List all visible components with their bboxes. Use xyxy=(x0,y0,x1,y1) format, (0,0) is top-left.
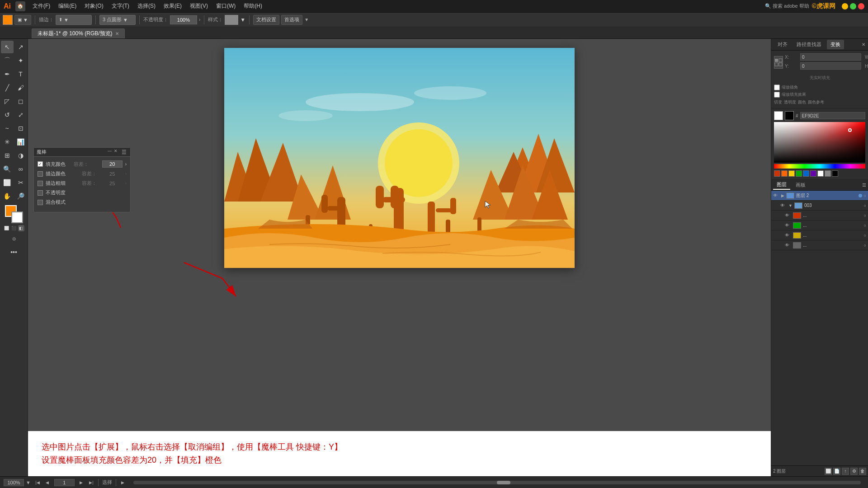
layer003-circle[interactable]: ○ xyxy=(864,203,866,208)
nav-first-btn[interactable]: |◀ xyxy=(34,479,41,486)
swatch-white[interactable] xyxy=(817,170,824,177)
layer-row-red[interactable]: 👁 ... ○ xyxy=(771,211,868,221)
layer-row-yellow[interactable]: 👁 ... ○ xyxy=(771,230,868,240)
more-tools-icon[interactable]: ••• xyxy=(8,246,20,258)
transform-tab[interactable]: 变换 xyxy=(827,40,844,49)
layer2-expand-arrow[interactable]: ▶ xyxy=(781,193,784,198)
stroke-weight-checkbox[interactable] xyxy=(38,181,43,186)
fill-tolerance-input[interactable] xyxy=(102,160,123,168)
opacity-checkbox[interactable] xyxy=(38,190,43,196)
opacity-input[interactable] xyxy=(170,15,197,24)
point-shape-dropdown[interactable]: 3 点圆形 ▼ xyxy=(99,15,136,25)
scale-tool[interactable]: ⤢ xyxy=(14,108,27,121)
gradient-tool[interactable]: ◑ xyxy=(14,149,27,162)
tab-close-btn[interactable]: ✕ xyxy=(115,31,119,36)
hand-tool[interactable]: ✋ xyxy=(1,190,14,202)
gray-layer-circle[interactable]: ○ xyxy=(864,243,866,248)
swatch-blue[interactable] xyxy=(803,170,809,177)
play-btn[interactable]: ▶ xyxy=(120,479,126,486)
gray-layer-visibility[interactable]: 👁 xyxy=(785,243,791,248)
doc-settings-btn[interactable]: 文档设置 xyxy=(253,15,279,25)
layer-row-gray[interactable]: 👁 ... ○ xyxy=(771,240,868,250)
fill-color-swatch[interactable] xyxy=(3,15,13,25)
menu-select[interactable]: 选择(S) xyxy=(134,1,159,11)
layer003-expand[interactable]: ▼ xyxy=(788,203,793,208)
background-color[interactable] xyxy=(11,211,23,223)
artboard-tab[interactable]: 画板 xyxy=(792,181,809,189)
blend-tool[interactable]: ∞ xyxy=(14,163,27,175)
maximize-button[interactable] xyxy=(850,3,856,9)
menu-window[interactable]: 窗口(W) xyxy=(212,1,239,11)
document-tab[interactable]: 未标题-1* @ 100% (RGB/预览) ✕ xyxy=(32,28,125,38)
lasso-tool[interactable]: ⌒ xyxy=(1,54,14,67)
direct-select-tool[interactable]: ↗ xyxy=(14,41,27,53)
layer-row-2[interactable]: 👁 ▶ 图层 2 ○ xyxy=(771,191,868,201)
minimize-button[interactable] xyxy=(842,3,848,9)
mesh-tool[interactable]: ⊞ xyxy=(1,149,14,162)
swatch-yellow[interactable] xyxy=(788,170,795,177)
scroll-thumb[interactable] xyxy=(497,481,510,484)
layers-menu-btn[interactable]: ☰ xyxy=(862,183,866,188)
pathfinder-tab[interactable]: 路径查找器 xyxy=(793,40,825,49)
symbol-sprayer-tool[interactable]: ✳ xyxy=(1,136,14,148)
swatch-purple[interactable] xyxy=(810,170,816,177)
swatch-red[interactable] xyxy=(774,170,780,177)
layer2-visibility[interactable]: 👁 xyxy=(773,193,779,198)
stroke-color-checkbox[interactable] xyxy=(38,171,43,177)
proof-mode-icon[interactable]: ◧ xyxy=(18,225,24,231)
red-layer-circle[interactable]: ○ xyxy=(864,213,866,218)
x-position-input[interactable] xyxy=(800,53,861,61)
line-tool[interactable]: ╱ xyxy=(1,81,14,94)
green-layer-circle[interactable]: ○ xyxy=(864,223,866,228)
y-position-input[interactable] xyxy=(800,62,861,70)
layer003-visibility[interactable]: 👁 xyxy=(780,203,787,208)
menu-help[interactable]: 帮助(H) xyxy=(240,1,266,11)
hex-color-input[interactable] xyxy=(800,112,865,119)
yellow-layer-circle[interactable]: ○ xyxy=(864,233,866,238)
stroke-mode-btn[interactable]: ▣ ▼ xyxy=(14,15,31,25)
menu-view[interactable]: 视图(V) xyxy=(186,1,212,11)
style-swatch[interactable] xyxy=(225,15,238,25)
close-button[interactable] xyxy=(858,3,864,9)
screen-mode-icon[interactable]: ⬛ xyxy=(11,225,17,231)
yellow-layer-visibility[interactable]: 👁 xyxy=(785,233,791,238)
select-tool[interactable]: ↖ xyxy=(1,41,14,53)
free-transform-tool[interactable]: ⊡ xyxy=(14,122,27,135)
stroke-dropdown[interactable]: ⬆ ▼ xyxy=(56,15,92,25)
shape-builder-tool[interactable]: ◸ xyxy=(1,95,14,108)
fill-tolerance-arrow[interactable]: › xyxy=(125,162,127,167)
delete-layer-btn[interactable]: 🗑 xyxy=(859,468,866,475)
scale-strokes-checkbox[interactable] xyxy=(774,84,780,90)
nav-last-btn[interactable]: ▶| xyxy=(88,479,94,486)
layer-options-btn[interactable]: ⚙ xyxy=(850,468,858,475)
slice-tool[interactable]: ✂ xyxy=(14,176,27,189)
rotate-tool[interactable]: ↺ xyxy=(1,108,14,121)
canvas-wrapper[interactable]: 魔棒 — ✕ ☰ ✓ 填充颜色 容差： › xyxy=(28,39,771,431)
layer-row-003[interactable]: 👁 ▼ 003 ○ xyxy=(771,201,868,211)
color-picker-dot[interactable] xyxy=(848,128,852,132)
create-layer-btn[interactable]: 📄 xyxy=(833,468,840,475)
preferences-btn[interactable]: 首选项 xyxy=(281,15,302,25)
black-swatch[interactable] xyxy=(785,111,794,120)
fill-color-checkbox[interactable]: ✓ xyxy=(38,161,43,167)
draw-mode-icon[interactable]: ⊙ xyxy=(8,232,20,245)
hue-bar[interactable] xyxy=(774,164,865,169)
eyedropper-tool[interactable]: 🔍 xyxy=(1,163,14,175)
menu-edit[interactable]: 编辑(E) xyxy=(55,1,80,11)
panel-menu-btn[interactable]: ☰ xyxy=(120,149,127,156)
swatch-gray[interactable] xyxy=(825,170,831,177)
type-tool[interactable]: T xyxy=(14,68,27,80)
panel-collapse-btn[interactable]: — xyxy=(108,149,112,153)
column-graph-tool[interactable]: 📊 xyxy=(14,136,27,148)
swatch-orange[interactable] xyxy=(781,170,788,177)
zoom-arrow[interactable]: ▼ xyxy=(26,480,31,485)
red-layer-visibility[interactable]: 👁 xyxy=(785,213,791,218)
nav-prev-btn[interactable]: ◀ xyxy=(44,479,51,486)
panel-close-btn[interactable]: ✕ xyxy=(114,149,118,153)
swatch-green[interactable] xyxy=(796,170,802,177)
horizontal-scroll[interactable] xyxy=(133,481,861,484)
artboard-tool[interactable]: ⬜ xyxy=(1,176,14,189)
panel-expand-btn[interactable]: ✕ xyxy=(862,42,865,47)
menu-text[interactable]: 文字(T) xyxy=(108,1,133,11)
swatch-black[interactable] xyxy=(832,170,838,177)
